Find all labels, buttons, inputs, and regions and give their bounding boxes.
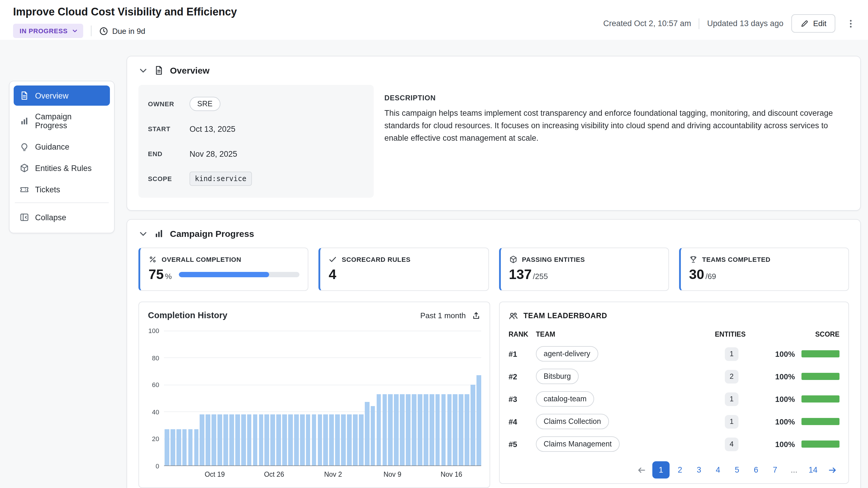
y-axis-label: 60 <box>152 381 159 388</box>
history-bar <box>200 414 205 466</box>
next-page-icon[interactable] <box>824 461 841 479</box>
people-icon <box>508 311 518 321</box>
collapse-section-icon[interactable] <box>138 229 148 238</box>
history-bar <box>182 429 187 465</box>
edit-button[interactable]: Edit <box>791 14 835 33</box>
team-pill[interactable]: Claims Collection <box>536 414 609 429</box>
overview-body: OWNER SRE START Oct 13, 2025 END Nov 28,… <box>127 84 860 210</box>
cube-icon <box>509 255 517 264</box>
history-bar <box>276 414 281 466</box>
page-button-2[interactable]: 2 <box>671 461 689 479</box>
cube-icon <box>20 163 29 173</box>
export-icon[interactable] <box>472 311 480 320</box>
history-bar <box>241 414 246 466</box>
history-bar <box>370 406 375 465</box>
y-axis-label: 40 <box>152 409 159 416</box>
end-date: Nov 28, 2025 <box>189 149 237 158</box>
pagination: 1 2 3 4 5 6 7 ... 14 <box>500 455 848 479</box>
y-axis-label: 80 <box>152 354 159 361</box>
history-bar <box>235 414 240 466</box>
owner-label: OWNER <box>148 100 189 107</box>
history-bar <box>459 394 463 465</box>
completion-chart-ylabels: 020406080100 <box>144 331 159 466</box>
kebab-menu-icon[interactable] <box>843 16 859 31</box>
score-bar <box>802 373 839 380</box>
stat-label: SCORECARD RULES <box>342 256 410 263</box>
history-bar <box>441 394 445 465</box>
history-bar <box>400 394 405 465</box>
page-button-6[interactable]: 6 <box>747 461 765 479</box>
stat-header: PASSING ENTITIES <box>509 255 660 264</box>
leaderboard-title: TEAM LEADERBOARD <box>523 312 607 320</box>
created-timestamp: Created Oct 2, 10:57 am <box>603 19 691 28</box>
completion-chart-xlabels: Oct 19Oct 26Nov 2Nov 9Nov 16 <box>164 471 481 480</box>
history-bar <box>470 385 475 465</box>
stats-row: OVERALL COMPLETION 75 % <box>127 248 860 291</box>
sidebar-item-guidance[interactable]: Guidance <box>14 136 110 157</box>
entities-count: 1 <box>725 415 739 428</box>
completion-history-card: Completion History Past 1 month 02040608… <box>138 301 490 488</box>
team-pill[interactable]: Bitsburg <box>536 369 579 384</box>
score-column-header: SCORE <box>746 331 839 338</box>
score-bar <box>802 441 839 448</box>
range-label: Past 1 month <box>420 311 466 320</box>
page-button-1[interactable]: 1 <box>652 461 670 479</box>
overview-section-header: Overview <box>127 56 860 84</box>
stat-suffix: % <box>165 272 172 281</box>
page-button-3[interactable]: 3 <box>690 461 708 479</box>
team-pill[interactable]: agent-delivery <box>536 346 598 362</box>
divider <box>699 18 699 29</box>
history-bar <box>394 394 399 465</box>
history-bar <box>206 414 210 466</box>
page-button-4[interactable]: 4 <box>709 461 726 479</box>
collapse-section-icon[interactable] <box>138 66 148 75</box>
owner-row: OWNER SRE <box>148 96 364 111</box>
previous-page-icon[interactable] <box>633 461 651 479</box>
history-bar <box>188 429 192 465</box>
entities-count: 4 <box>725 437 739 451</box>
ticket-icon <box>20 185 29 194</box>
history-bar <box>430 394 434 465</box>
team-pill[interactable]: catalog-team <box>536 391 594 407</box>
scope-label: SCOPE <box>148 175 189 182</box>
team-pill[interactable]: Claims Management <box>536 436 619 452</box>
sidebar-item-campaign-progress[interactable]: Campaign Progress <box>14 107 110 135</box>
history-bar <box>353 414 358 466</box>
history-bar <box>288 414 292 466</box>
page-button-5[interactable]: 5 <box>728 461 746 479</box>
stat-teams-completed: TEAMS COMPLETED 30 /69 <box>679 248 849 291</box>
stat-header: TEAMS COMPLETED <box>689 255 840 264</box>
completion-history-header: Completion History Past 1 month <box>139 302 490 325</box>
entities-count: 1 <box>725 347 739 361</box>
chart-title: Completion History <box>148 311 227 320</box>
score-value: 100% <box>775 440 795 449</box>
sidebar-item-tickets[interactable]: Tickets <box>14 179 110 199</box>
stat-value-row: 30 /69 <box>689 266 840 283</box>
sidebar-item-entities-rules[interactable]: Entities & Rules <box>14 158 110 178</box>
page-button-7[interactable]: 7 <box>766 461 784 479</box>
score-value: 100% <box>775 394 795 403</box>
history-bar <box>282 414 287 466</box>
bar-chart-icon <box>20 117 29 126</box>
score-value: 100% <box>775 372 795 381</box>
history-bar <box>177 429 181 465</box>
document-icon <box>20 91 29 100</box>
score-value: 100% <box>775 417 795 426</box>
page-button-14[interactable]: 14 <box>804 461 822 479</box>
leaderboard-table: RANK TEAM ENTITIES SCORE #1 agent-delive… <box>500 326 848 455</box>
stat-value-row: 137 /255 <box>509 266 660 283</box>
sidebar-item-overview[interactable]: Overview <box>14 86 110 106</box>
end-label: END <box>148 150 189 157</box>
status-dropdown[interactable]: IN PROGRESS <box>13 24 83 38</box>
sidebar: Overview Campaign Progress Guidance Enti… <box>9 81 115 233</box>
owner-team-pill[interactable]: SRE <box>189 97 220 111</box>
history-bar <box>465 394 469 465</box>
rank-value: #4 <box>508 417 536 426</box>
description-text: This campaign helps teams implement cost… <box>384 107 849 145</box>
history-bar <box>447 394 452 465</box>
history-bar <box>330 414 334 466</box>
chart-range-selector[interactable]: Past 1 month <box>420 311 480 320</box>
history-bar <box>194 429 198 465</box>
sidebar-collapse-button[interactable]: Collapse <box>14 207 110 227</box>
scope-row: SCOPE kind:service <box>148 171 364 187</box>
